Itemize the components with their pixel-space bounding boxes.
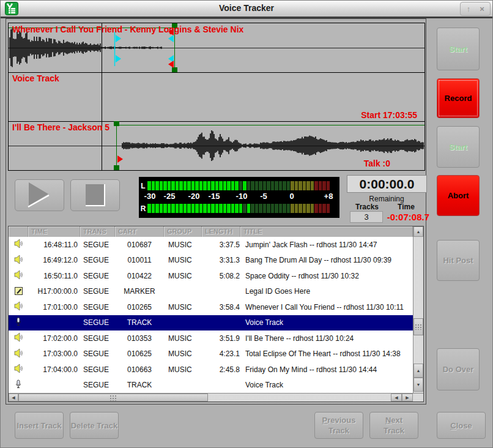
horizontal-scrollbar[interactable]: ◀ ◀ ▶ bbox=[9, 393, 423, 401]
track3-fade-handle[interactable] bbox=[117, 155, 123, 163]
segue-start-handle[interactable] bbox=[116, 35, 121, 42]
cell-cart: 010663 bbox=[115, 365, 164, 374]
meter-segment bbox=[231, 204, 235, 213]
cell-time: 17:03:00.0 bbox=[28, 349, 80, 358]
meter-segment bbox=[271, 181, 275, 190]
vertical-scroll-thumb[interactable] bbox=[413, 318, 423, 335]
column-header-TRANS[interactable]: TRANS bbox=[80, 226, 115, 237]
window-title: Voice Tracker bbox=[1, 3, 492, 13]
scroll-left-button[interactable]: ◀ bbox=[9, 394, 18, 401]
horizontal-scroll-thumb[interactable] bbox=[18, 394, 208, 401]
cell-trans: SEGUE bbox=[80, 334, 115, 343]
record-button[interactable]: Record bbox=[437, 78, 480, 118]
log-row[interactable]: 17:04:00.0SEGUE010663MUSIC2:45.8Friday O… bbox=[9, 362, 413, 378]
scroll-up-button-2[interactable]: ▲ bbox=[413, 364, 423, 378]
meter-right-label: R bbox=[139, 204, 147, 213]
log-row[interactable]: 17:02:00.0SEGUE010353MUSIC3:51.9I'll Be … bbox=[9, 330, 413, 346]
close-window-button[interactable]: × bbox=[475, 3, 489, 15]
hit-post-button: Hit Post bbox=[437, 240, 480, 281]
meter-segment bbox=[155, 181, 159, 190]
log-table-header: TIMETRANSCARTGROUPLENGTHTITLE bbox=[9, 226, 413, 237]
next-track-button: Next Track bbox=[369, 412, 418, 439]
cell-group: MUSIC bbox=[164, 303, 202, 312]
log-row[interactable]: SEGUETRACKVoice Track bbox=[9, 315, 413, 331]
log-row[interactable]: SEGUETRACKVoice Track bbox=[9, 378, 413, 394]
scroll-up-button[interactable]: ▲ bbox=[413, 226, 423, 237]
scroll-right-button[interactable]: ▶ bbox=[402, 394, 413, 401]
log-row[interactable]: 17:01:00.0SEGUE010265MUSIC3:58.4Whenever… bbox=[9, 299, 413, 315]
meter-scale-label: -30 bbox=[144, 192, 156, 201]
close-button: Close bbox=[437, 412, 486, 439]
segue-start-handle[interactable] bbox=[116, 55, 121, 62]
thumb-grip bbox=[415, 324, 422, 330]
log-row[interactable]: 16:50:11.0SEGUE010422MUSIC5:08.2Space Od… bbox=[9, 268, 413, 284]
remaining-time-value: -0:07:08.7 bbox=[383, 211, 429, 223]
segue-end-handle[interactable] bbox=[168, 35, 174, 42]
scroll-left-button-2[interactable]: ◀ bbox=[391, 394, 402, 401]
meter-segment bbox=[291, 181, 294, 190]
abort-button[interactable]: Abort bbox=[437, 175, 480, 216]
log-row[interactable]: 17:03:00.0SEGUE010625MUSIC4:23.1Total Ec… bbox=[9, 346, 413, 362]
meter-segment bbox=[322, 181, 326, 190]
cell-title: Legal ID Goes Here bbox=[240, 287, 413, 296]
speaker-icon bbox=[9, 270, 28, 282]
track3-marker-handle[interactable] bbox=[114, 165, 119, 170]
vertical-scrollbar[interactable]: ▲ ▲ ▼ bbox=[413, 226, 423, 393]
do-over-button: Do Over bbox=[437, 348, 480, 390]
cell-length: 2:45.8 bbox=[202, 365, 240, 374]
meter-segment bbox=[168, 181, 171, 190]
stop-button[interactable] bbox=[70, 179, 120, 211]
meter-segment bbox=[251, 204, 254, 213]
log-row[interactable]: 16:49:12.0SEGUE010011MUSIC3:31.3Bang The… bbox=[9, 253, 413, 269]
track3-marker-handle[interactable] bbox=[114, 121, 119, 126]
scroll-down-button[interactable]: ▼ bbox=[413, 378, 423, 392]
voice-tracker-window: Voice Tracker ↑ × bbox=[0, 0, 493, 448]
column-header-CART[interactable]: CART bbox=[115, 226, 164, 237]
meter-segment bbox=[295, 204, 298, 213]
meter-segment bbox=[295, 181, 298, 190]
titlebar[interactable]: Voice Tracker ↑ × bbox=[1, 1, 492, 18]
log-table-body: 16:48:11.0SEGUE010687MUSIC3:37.5Jumpin' … bbox=[9, 237, 413, 393]
meter-segment bbox=[287, 204, 291, 213]
column-header-GROUP[interactable]: GROUP bbox=[164, 226, 202, 237]
cell-trans: SEGUE bbox=[80, 287, 115, 296]
column-header-LENGTH[interactable]: LENGTH bbox=[202, 226, 240, 237]
meter-segment bbox=[199, 204, 203, 213]
column-header-icon[interactable] bbox=[9, 226, 28, 237]
log-row[interactable]: 16:48:11.0SEGUE010687MUSIC3:37.5Jumpin' … bbox=[9, 237, 413, 253]
meter-segment bbox=[160, 181, 163, 190]
shade-window-button[interactable]: ↑ bbox=[462, 3, 475, 15]
meter-segment bbox=[219, 181, 223, 190]
meter-segment bbox=[267, 204, 270, 213]
cell-group: MUSIC bbox=[164, 256, 202, 264]
meter-segment bbox=[327, 181, 330, 190]
marker-icon bbox=[9, 286, 28, 297]
track1-marker-handle[interactable] bbox=[172, 67, 177, 72]
meter-segment bbox=[155, 204, 159, 213]
log-row[interactable]: H17:00:00.0SEGUEMARKERLegal ID Goes Here bbox=[9, 284, 413, 300]
track2-start-time: Start 17:03:55 bbox=[361, 110, 417, 120]
meter-segment bbox=[243, 204, 247, 213]
meter-right-bar bbox=[147, 204, 330, 213]
meter-segment bbox=[311, 204, 314, 213]
column-header-TIME[interactable]: TIME bbox=[28, 226, 80, 237]
meter-segment bbox=[207, 181, 211, 190]
meter-segment bbox=[215, 181, 219, 190]
track1-fade-handle[interactable] bbox=[168, 61, 174, 68]
track-editor[interactable]: Whenever I Call You Friend - Kenny Loggi… bbox=[8, 23, 425, 171]
column-header-TITLE[interactable]: TITLE bbox=[240, 226, 413, 237]
cell-length: 3:58.4 bbox=[202, 303, 240, 312]
waveform-canvas[interactable] bbox=[9, 23, 424, 170]
remaining-label: Remaining bbox=[344, 195, 429, 203]
cell-group: MUSIC bbox=[164, 241, 202, 249]
meter-segment bbox=[179, 181, 183, 190]
play-button[interactable] bbox=[15, 179, 64, 211]
cell-length: 3:51.9 bbox=[202, 334, 240, 343]
meter-segment bbox=[176, 181, 179, 190]
meter-segment bbox=[235, 181, 239, 190]
meter-left-bar bbox=[147, 181, 330, 190]
meter-segment bbox=[279, 181, 283, 190]
meter-scale: -30-25-20-15-10-50+8 bbox=[147, 192, 335, 203]
speaker-icon bbox=[9, 364, 28, 375]
start-track1-button: Start bbox=[437, 28, 480, 70]
